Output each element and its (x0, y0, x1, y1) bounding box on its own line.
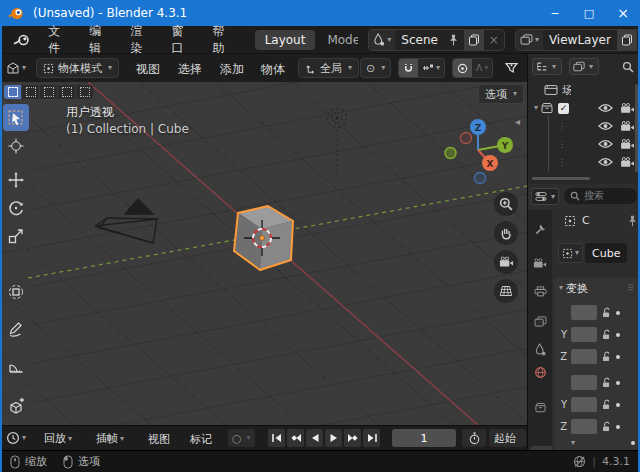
menu-add[interactable]: 添加 (220, 61, 244, 78)
scene-new-button[interactable] (464, 30, 484, 50)
editor-type-button[interactable]: ▾ (6, 58, 26, 78)
workspace-tab-modeling[interactable]: Modeling (325, 30, 358, 50)
scene-type-icon[interactable]: ▾ (369, 30, 395, 50)
pan-view-button[interactable] (494, 221, 518, 245)
lock-open-icon[interactable] (601, 329, 612, 340)
maximize-button[interactable]: □ (572, 0, 606, 26)
workspace-tab-layout[interactable]: Layout (255, 30, 316, 50)
render-visibility-icon[interactable] (620, 157, 635, 168)
close-button[interactable]: × (606, 0, 640, 26)
mode-selector[interactable]: 物体模式 ▾ (36, 58, 119, 78)
prev-keyframe-button[interactable] (287, 429, 304, 447)
menu-window[interactable]: 窗口 (162, 23, 203, 57)
minimize-button[interactable]: ─ (538, 0, 572, 26)
timeline-view-menu[interactable]: 视图 (148, 432, 170, 447)
play-reverse-button[interactable] (306, 429, 323, 447)
tool-scale[interactable] (3, 222, 29, 249)
camera-view-button[interactable] (494, 250, 518, 274)
value-slider[interactable] (571, 349, 597, 364)
menu-select[interactable]: 选择 (178, 61, 202, 78)
properties-search[interactable]: 搜索 (564, 188, 637, 204)
zoom-view-button[interactable] (494, 192, 518, 216)
keyframe-dot[interactable] (616, 311, 620, 315)
network-offline-icon[interactable] (573, 455, 586, 468)
menu-edit[interactable]: 编辑 (80, 23, 121, 57)
tool-annotate[interactable] (3, 315, 29, 342)
current-frame-field[interactable]: 1 (392, 429, 456, 447)
lock-open-icon[interactable] (601, 399, 612, 410)
tool-cursor[interactable] (3, 132, 29, 159)
outliner-filter[interactable]: ▾ (569, 58, 599, 75)
menu-file[interactable]: 文件 (39, 23, 80, 57)
pin-icon[interactable] (449, 34, 458, 46)
viewlayer-name[interactable]: ViewLayer (543, 33, 617, 47)
blender-menu-logo-icon[interactable] (12, 32, 31, 48)
tab-render[interactable] (528, 252, 552, 274)
outliner-row-object-1[interactable]: ⋮ (558, 118, 635, 134)
outliner-row-collection[interactable]: ▾ ✓ (534, 100, 635, 116)
ortho-toggle-button[interactable] (494, 279, 518, 303)
rotation-mode-dropdown[interactable]: ▾ (571, 439, 575, 447)
menu-help[interactable]: 帮助 (204, 23, 245, 57)
gizmo-neg-z[interactable] (475, 173, 486, 184)
keyframe-dot[interactable] (616, 381, 620, 385)
value-slider[interactable] (571, 419, 597, 434)
tab-collection[interactable] (528, 396, 552, 418)
lock-open-icon[interactable] (601, 421, 612, 432)
frame-start-field[interactable]: 起始 (489, 429, 526, 447)
markers-menu[interactable]: 标记 (190, 432, 212, 447)
pivot-point[interactable]: ⊙ ▾ (360, 58, 391, 78)
tab-scene[interactable] (528, 338, 552, 360)
lock-open-icon[interactable] (601, 307, 612, 318)
viewlayer-type-icon[interactable]: ▾ (516, 30, 543, 50)
keying-menu[interactable]: 插帧▾ (96, 431, 124, 446)
use-preview-range-button[interactable] (462, 429, 486, 447)
outliner-hscrollbar[interactable] (532, 177, 590, 180)
render-visibility-icon[interactable] (620, 103, 635, 114)
play-button[interactable] (325, 429, 342, 447)
pin-icon[interactable] (628, 215, 637, 227)
outliner-row-object-2[interactable]: ⋮ (558, 136, 635, 152)
object-name-field[interactable]: Cube (585, 243, 627, 263)
next-keyframe-button[interactable] (344, 429, 361, 447)
jump-end-button[interactable] (363, 429, 380, 447)
collection-checkbox[interactable]: ✓ (558, 103, 569, 114)
outliner-row-object-3[interactable]: ⋮ (558, 154, 635, 170)
options-dropdown[interactable]: 选项 ▾ (478, 84, 524, 104)
sidebar-collapse-arrow[interactable]: ◂ (515, 116, 520, 127)
value-slider[interactable] (571, 305, 597, 320)
hide-eye-icon[interactable] (598, 121, 613, 131)
keyframe-dot[interactable] (616, 333, 620, 337)
value-slider[interactable] (571, 397, 597, 412)
snap-settings[interactable]: ▾ (418, 63, 444, 73)
playback-menu[interactable]: 回放▾ (44, 431, 72, 446)
select-mode-subtract[interactable] (40, 85, 57, 99)
gizmo-neg-y[interactable] (445, 148, 456, 159)
render-visibility-icon[interactable] (620, 121, 635, 132)
proportional-toggle[interactable] (453, 59, 472, 77)
proportional-falloff[interactable]: Λ ▾ (472, 63, 492, 73)
transform-panel-header[interactable]: ▾ 变换 ⠿ (554, 278, 639, 298)
lock-open-icon[interactable] (601, 351, 612, 362)
viewport-3d[interactable]: 用户透视 (1) Collection | Cube 选项 ▾ Z Y X ◂ (0, 82, 527, 425)
auto-key-record-button[interactable]: ○ (232, 432, 242, 445)
lock-open-icon[interactable] (601, 377, 612, 388)
filter-visibility-icon[interactable] (505, 62, 518, 75)
keyframe-dot[interactable] (631, 441, 635, 445)
select-mode-invert[interactable] (58, 85, 75, 99)
jump-start-button[interactable] (268, 429, 285, 447)
select-mode-set[interactable] (4, 85, 21, 99)
transform-orientation[interactable]: 全局 ▾ (298, 58, 359, 78)
gizmo-neg-x[interactable] (461, 133, 472, 144)
navigation-gizmo[interactable]: Z Y X (443, 115, 513, 185)
hide-eye-icon[interactable] (598, 103, 613, 113)
scene-name[interactable]: Scene (395, 33, 464, 47)
keyframe-dot[interactable] (616, 355, 620, 359)
tab-view-layer[interactable] (528, 310, 552, 332)
outliner-display-mode[interactable]: ▾ (532, 58, 562, 75)
outliner-row-scene[interactable]: 场景 (544, 82, 571, 98)
hide-eye-icon[interactable] (598, 157, 613, 167)
value-slider[interactable] (571, 375, 597, 390)
properties-editor-type[interactable]: ▾ (531, 188, 559, 205)
outliner-search-icon[interactable] (622, 61, 634, 73)
